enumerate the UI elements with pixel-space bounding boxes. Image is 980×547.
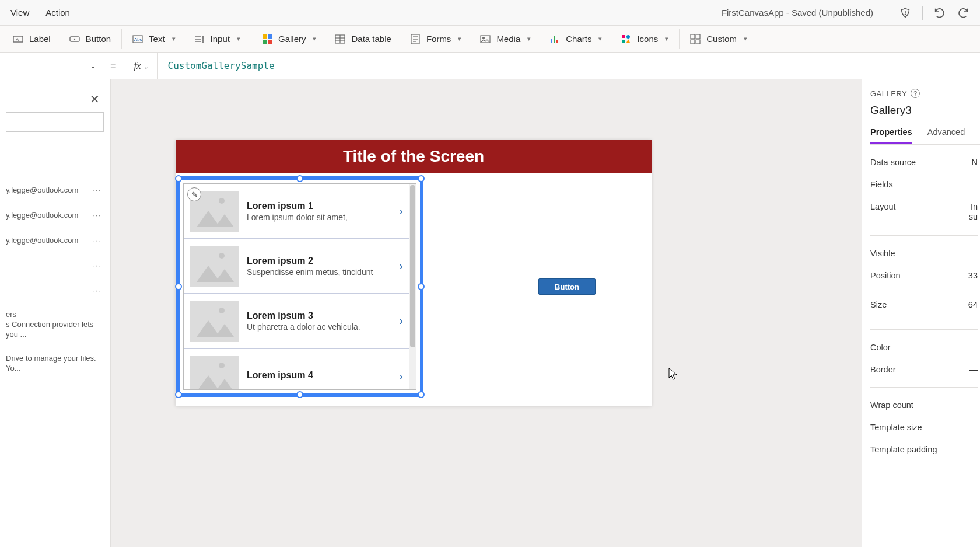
gallery-item-subtitle: Suspendisse enim metus, tincidunt — [247, 267, 391, 277]
more-icon[interactable]: ··· — [93, 236, 101, 245]
ribbon-media[interactable]: Media▾ — [472, 26, 539, 53]
menu-action[interactable]: Action — [46, 8, 70, 18]
more-icon[interactable]: ··· — [93, 261, 101, 270]
tree-item[interactable]: y.legge@outlook.com ··· — [6, 177, 104, 203]
scroll-thumb[interactable] — [410, 185, 415, 347]
image-placeholder-icon — [190, 301, 239, 342]
menu-view[interactable]: View — [10, 8, 29, 18]
gallery-row[interactable]: Lorem ipsum 3 Ut pharetra a dolor ac veh… — [184, 294, 416, 349]
undo-icon[interactable] — [933, 6, 946, 19]
custom-icon — [690, 34, 701, 44]
prop-label-size: Size — [870, 300, 887, 309]
ribbon-gallery[interactable]: Gallery▾ — [254, 26, 325, 53]
prop-value-layout[interactable]: Insu — [969, 202, 978, 222]
chevron-right-icon[interactable]: › — [399, 370, 408, 383]
svg-marker-33 — [626, 39, 630, 43]
prop-label-layout: Layout — [870, 202, 896, 211]
input-icon — [194, 34, 205, 44]
ribbon-forms[interactable]: Forms▾ — [402, 26, 470, 53]
property-tabs: Properties Advanced — [870, 127, 980, 145]
tree-item[interactable]: ··· — [6, 253, 104, 278]
svg-point-0 — [905, 14, 905, 15]
ribbon-datatable[interactable]: Data table — [327, 26, 399, 53]
prop-label-templatepadding: Template padding — [870, 445, 937, 454]
ribbon-button[interactable]: Button — [61, 26, 119, 53]
tree-item[interactable]: y.legge@outlook.com ··· — [6, 203, 104, 228]
icons-icon — [621, 34, 631, 44]
svg-rect-36 — [691, 40, 695, 44]
resize-handle[interactable] — [296, 175, 303, 182]
tree-item[interactable]: y.legge@outlook.com ··· — [6, 228, 104, 253]
edit-pencil-icon[interactable]: ✎ — [187, 187, 201, 201]
gallery-item-title: Lorem ipsum 3 — [247, 311, 391, 321]
resize-handle[interactable] — [175, 391, 182, 398]
tree-item-users[interactable]: ers s Connection provider lets you ... — [6, 303, 104, 347]
cursor-icon — [668, 368, 678, 381]
control-type-label: GALLERY ? — [870, 89, 980, 98]
prop-label-wrapcount: Wrap count — [870, 400, 914, 410]
gallery-row[interactable]: Lorem ipsum 2 Suspendisse enim metus, ti… — [184, 239, 416, 294]
property-selector[interactable]: ⌄ — [0, 56, 102, 76]
prop-value-size[interactable]: 64 — [968, 300, 978, 309]
canvas-button[interactable]: Button — [538, 278, 596, 295]
resize-handle[interactable] — [418, 175, 425, 182]
svg-point-26 — [483, 37, 485, 39]
chevron-right-icon[interactable]: › — [399, 204, 408, 218]
formula-bar: ⌄ = fx⌄ CustomGallerySample — [0, 53, 980, 79]
resize-handle[interactable] — [175, 175, 182, 182]
fx-button[interactable]: fx⌄ — [125, 53, 158, 79]
control-name[interactable]: Gallery3 — [870, 104, 980, 117]
label-icon: A — [13, 34, 23, 44]
chevron-right-icon[interactable]: › — [399, 314, 408, 327]
ribbon-label[interactable]: A Label — [5, 26, 59, 53]
menubar: View Action FirstCanvasApp - Saved (Unpu… — [0, 0, 980, 26]
more-icon[interactable]: ··· — [93, 186, 101, 194]
text-icon: Abc — [132, 34, 143, 44]
ribbon-input[interactable]: Input▾ — [186, 26, 249, 53]
gallery-item-title: Lorem ipsum 1 — [247, 201, 391, 211]
svg-rect-35 — [696, 34, 700, 39]
resize-handle[interactable] — [418, 391, 425, 398]
search-input[interactable] — [6, 112, 104, 132]
canvas-area[interactable]: Title of the Screen Button ✎ Lore — [111, 79, 862, 547]
resize-handle[interactable] — [296, 391, 303, 398]
ribbon-charts[interactable]: Charts▾ — [541, 26, 610, 53]
tab-properties[interactable]: Properties — [870, 127, 912, 144]
resize-handle[interactable] — [175, 283, 182, 290]
more-icon[interactable]: ··· — [93, 286, 101, 295]
gallery-scrollbar[interactable] — [410, 184, 416, 389]
app-checker-icon[interactable] — [899, 6, 912, 19]
help-icon[interactable]: ? — [911, 89, 920, 98]
prop-value-position[interactable]: 33 — [968, 271, 978, 280]
gallery-control[interactable]: ✎ Lorem ipsum 1 Lorem ipsum dolor sit am… — [176, 176, 424, 397]
redo-icon[interactable] — [957, 6, 970, 19]
svg-rect-13 — [262, 34, 267, 39]
gallery-row[interactable]: Lorem ipsum 1 Lorem ipsum dolor sit amet… — [184, 184, 416, 239]
gallery-row[interactable]: Lorem ipsum 4 › — [184, 349, 416, 390]
formula-input[interactable]: CustomGallerySample — [158, 60, 980, 71]
ribbon-icons[interactable]: Icons▾ — [612, 26, 677, 53]
ribbon-custom[interactable]: Custom▾ — [682, 26, 755, 53]
insert-ribbon: A Label Button Abc Text▾ Input▾ Gallery▾… — [0, 26, 980, 53]
more-icon[interactable]: ··· — [93, 211, 101, 220]
close-icon[interactable]: ✕ — [90, 92, 100, 106]
tab-advanced[interactable]: Advanced — [928, 127, 965, 144]
prop-label-fields[interactable]: Fields — [870, 180, 893, 189]
equals-sign: = — [102, 60, 125, 72]
chevron-right-icon[interactable]: › — [399, 259, 408, 273]
gallery-inner: ✎ Lorem ipsum 1 Lorem ipsum dolor sit am… — [183, 183, 416, 390]
svg-rect-29 — [556, 40, 558, 43]
prop-value-border[interactable]: — — [970, 365, 978, 374]
svg-text:A: A — [16, 37, 19, 42]
tree-item-drive[interactable]: Drive to manage your files. Yo... — [6, 347, 104, 381]
ribbon-text[interactable]: Abc Text▾ — [124, 26, 184, 53]
svg-rect-28 — [554, 36, 555, 43]
prop-label-position: Position — [870, 271, 901, 280]
svg-point-11 — [202, 38, 203, 39]
svg-point-31 — [626, 35, 630, 39]
prop-value-datasource[interactable]: N — [972, 158, 978, 167]
tree-item[interactable]: ··· — [6, 278, 104, 303]
svg-point-10 — [202, 36, 203, 37]
gallery-item-title: Lorem ipsum 4 — [247, 370, 391, 381]
resize-handle[interactable] — [418, 283, 425, 290]
